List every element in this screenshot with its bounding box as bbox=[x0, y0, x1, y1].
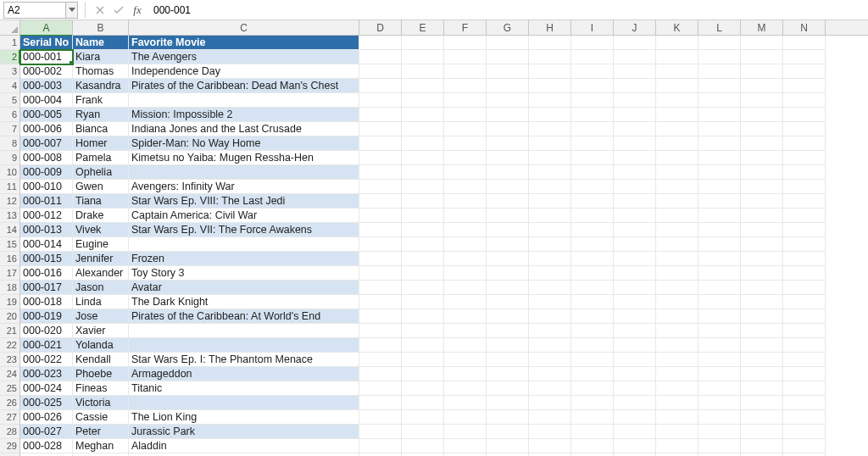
cell-A16[interactable]: 000-015 bbox=[20, 252, 73, 266]
cell-I10[interactable] bbox=[571, 165, 614, 180]
cell-L23[interactable] bbox=[698, 353, 741, 367]
cell-A28[interactable]: 000-027 bbox=[20, 425, 73, 439]
cell-E24[interactable] bbox=[402, 367, 444, 381]
cell-F4[interactable] bbox=[444, 79, 487, 93]
cell-E7[interactable] bbox=[402, 122, 444, 136]
cell-B21[interactable]: Xavier bbox=[73, 324, 129, 338]
cell-D28[interactable] bbox=[359, 425, 402, 439]
cell-A23[interactable]: 000-022 bbox=[20, 353, 73, 367]
cell-H28[interactable] bbox=[529, 425, 571, 439]
cell-H20[interactable] bbox=[529, 309, 571, 324]
cell-C16[interactable]: Frozen bbox=[129, 252, 359, 266]
cell-B2[interactable]: Kiara bbox=[73, 50, 129, 64]
cell-H13[interactable] bbox=[529, 209, 571, 223]
cell-L27[interactable] bbox=[698, 410, 741, 425]
cell-J17[interactable] bbox=[614, 266, 656, 281]
cell-F17[interactable] bbox=[444, 266, 487, 281]
cell-B19[interactable]: Linda bbox=[73, 295, 129, 309]
cell-K19[interactable] bbox=[656, 295, 698, 309]
cell-J4[interactable] bbox=[614, 79, 656, 93]
cell-L13[interactable] bbox=[698, 209, 741, 223]
cell-C18[interactable]: Avatar bbox=[129, 281, 359, 295]
cell-N11[interactable] bbox=[783, 180, 826, 194]
cell-I21[interactable] bbox=[571, 324, 614, 338]
cell-B8[interactable]: Homer bbox=[73, 136, 129, 151]
cell-L18[interactable] bbox=[698, 281, 741, 295]
cell-G17[interactable] bbox=[487, 266, 529, 281]
row-header-21[interactable]: 21 bbox=[0, 324, 19, 338]
cell-L22[interactable] bbox=[698, 338, 741, 353]
cell-F8[interactable] bbox=[444, 136, 487, 151]
row-header-7[interactable]: 7 bbox=[0, 122, 19, 136]
cell-B24[interactable]: Phoebe bbox=[73, 367, 129, 381]
cell-G11[interactable] bbox=[487, 180, 529, 194]
cell-I3[interactable] bbox=[571, 64, 614, 79]
cell-E9[interactable] bbox=[402, 151, 444, 165]
formula-input[interactable] bbox=[148, 2, 865, 19]
cell-I28[interactable] bbox=[571, 425, 614, 439]
column-header-K[interactable]: K bbox=[656, 20, 698, 36]
cell-J19[interactable] bbox=[614, 295, 656, 309]
cell-F19[interactable] bbox=[444, 295, 487, 309]
cell-C10[interactable] bbox=[129, 165, 359, 180]
cell-C9[interactable]: Kimetsu no Yaiba: Mugen Ressha-Hen bbox=[129, 151, 359, 165]
cell-M27[interactable] bbox=[741, 410, 783, 425]
cell-L21[interactable] bbox=[698, 324, 741, 338]
cell-E3[interactable] bbox=[402, 64, 444, 79]
cell-E29[interactable] bbox=[402, 439, 444, 453]
row-header-15[interactable]: 15 bbox=[0, 237, 19, 252]
cell-N15[interactable] bbox=[783, 237, 826, 252]
column-header-F[interactable]: F bbox=[444, 20, 487, 36]
select-all-corner[interactable] bbox=[0, 20, 20, 36]
cell-J26[interactable] bbox=[614, 396, 656, 410]
cell-M12[interactable] bbox=[741, 194, 783, 209]
cell-G21[interactable] bbox=[487, 324, 529, 338]
cell-J25[interactable] bbox=[614, 381, 656, 396]
cell-G13[interactable] bbox=[487, 209, 529, 223]
cell-E25[interactable] bbox=[402, 381, 444, 396]
cell-D5[interactable] bbox=[359, 93, 402, 108]
cell-A10[interactable]: 000-009 bbox=[20, 165, 73, 180]
cell-B4[interactable]: Kasandra bbox=[73, 79, 129, 93]
cell-L20[interactable] bbox=[698, 309, 741, 324]
cell-F16[interactable] bbox=[444, 252, 487, 266]
cell-L1[interactable] bbox=[698, 36, 741, 50]
cell-D18[interactable] bbox=[359, 281, 402, 295]
cell-J7[interactable] bbox=[614, 122, 656, 136]
cell-M20[interactable] bbox=[741, 309, 783, 324]
cell-C23[interactable]: Star Wars Ep. I: The Phantom Menace bbox=[129, 353, 359, 367]
cell-L24[interactable] bbox=[698, 367, 741, 381]
cell-H24[interactable] bbox=[529, 367, 571, 381]
cell-B26[interactable]: Victoria bbox=[73, 396, 129, 410]
cell-G27[interactable] bbox=[487, 410, 529, 425]
cell-N3[interactable] bbox=[783, 64, 826, 79]
cell-G25[interactable] bbox=[487, 381, 529, 396]
cell-M1[interactable] bbox=[741, 36, 783, 50]
row-header-5[interactable]: 5 bbox=[0, 93, 19, 108]
row-header-9[interactable]: 9 bbox=[0, 151, 19, 165]
cell-G20[interactable] bbox=[487, 309, 529, 324]
cell-M29[interactable] bbox=[741, 439, 783, 453]
row-header-13[interactable]: 13 bbox=[0, 209, 19, 223]
cell-D9[interactable] bbox=[359, 151, 402, 165]
cell-B18[interactable]: Jason bbox=[73, 281, 129, 295]
cell-K4[interactable] bbox=[656, 79, 698, 93]
row-header-10[interactable]: 10 bbox=[0, 165, 19, 180]
row-header-23[interactable]: 23 bbox=[0, 353, 19, 367]
cell-E26[interactable] bbox=[402, 396, 444, 410]
cell-L15[interactable] bbox=[698, 237, 741, 252]
cell-E22[interactable] bbox=[402, 338, 444, 353]
row-header-24[interactable]: 24 bbox=[0, 367, 19, 381]
cell-N17[interactable] bbox=[783, 266, 826, 281]
cell-J5[interactable] bbox=[614, 93, 656, 108]
cell-E5[interactable] bbox=[402, 93, 444, 108]
cell-H12[interactable] bbox=[529, 194, 571, 209]
cell-M25[interactable] bbox=[741, 381, 783, 396]
cell-L7[interactable] bbox=[698, 122, 741, 136]
cell-G22[interactable] bbox=[487, 338, 529, 353]
cell-I13[interactable] bbox=[571, 209, 614, 223]
cell-C1[interactable]: Favorite Movie bbox=[129, 36, 359, 50]
cell-M19[interactable] bbox=[741, 295, 783, 309]
cell-B14[interactable]: Vivek bbox=[73, 223, 129, 237]
cell-I7[interactable] bbox=[571, 122, 614, 136]
